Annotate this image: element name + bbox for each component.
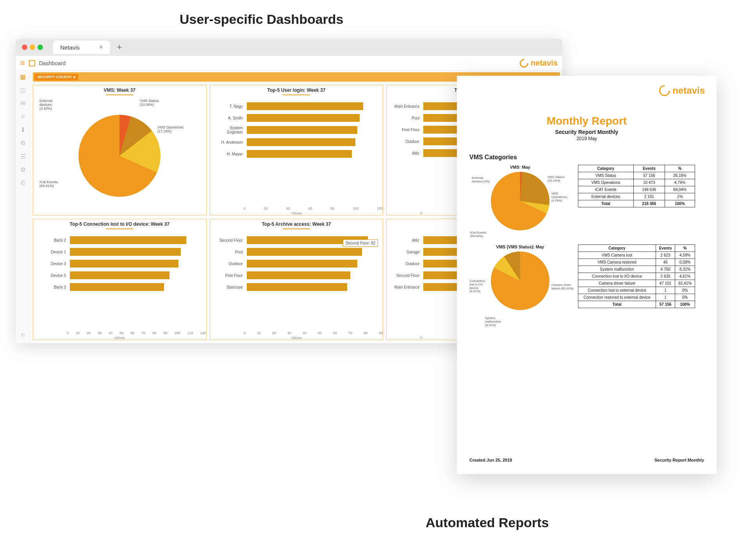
brand-swirl-icon (518, 57, 530, 69)
bar-fill (247, 271, 350, 279)
new-tab-icon[interactable]: + (117, 42, 122, 52)
bar-label: Second Floor (213, 238, 244, 243)
bar-row: Device 3 (36, 260, 203, 268)
pie-chart (78, 115, 160, 197)
bar-row: Device 1 (36, 248, 203, 256)
traffic-light-minimize-icon[interactable] (30, 45, 35, 50)
bar-fill (247, 126, 358, 134)
sidebar-item-download[interactable]: ⬇ (20, 126, 27, 133)
sidebar-item-settings[interactable]: ⚙ (20, 166, 27, 173)
panel-vms-week-pie: VMS: Week 37 External devices: (4,42%) V… (33, 85, 207, 216)
pie-label: Connection lost to I/O device (4,61%) (469, 280, 489, 293)
bar-label: Device 5 (36, 273, 68, 278)
bar-label: Attic (390, 151, 421, 155)
close-icon[interactable]: × (99, 44, 103, 51)
pie-label: Camera driver failure (82,41%) (551, 284, 575, 291)
panel-title: Top-5 User login: Week 37 (210, 85, 383, 96)
bar-row: A. Smith (213, 114, 380, 122)
report-subtitle: Security Report Monthly (469, 129, 704, 135)
bar-row: H. Mayer (213, 150, 380, 158)
bar-label: Device 3 (36, 262, 68, 266)
sidebar-item-analytics[interactable]: ◫ (20, 86, 27, 93)
bar-fill (247, 138, 355, 146)
report-pie-chart (491, 172, 549, 230)
bar-label: H. Anderson (213, 140, 244, 144)
app-header-bar: ≡ Dashboard netavis (16, 56, 562, 71)
pie-label: System malfunction (8,31%) (485, 317, 508, 327)
axis-caption: Values (210, 336, 383, 340)
bar-row: Staircase (213, 283, 380, 291)
sidebar-item-chat[interactable]: ✉ (20, 100, 27, 107)
bar-row: Barix 3 (36, 283, 203, 291)
bar-fill (247, 260, 358, 268)
pie-label-icat: iCat Events: (68,41%) (39, 180, 67, 188)
axis-caption: Values (33, 336, 206, 340)
tab-strip: Netavis × + (16, 39, 562, 56)
bar-row: Barix 2 (36, 236, 203, 244)
panel-title: Top-5 Connection lost to I/O device: Wee… (33, 219, 206, 230)
bar-fill (70, 283, 164, 291)
panel-title: VMS: Week 37 (33, 85, 206, 96)
bar-label: Pool (390, 116, 421, 120)
panel-archive: Top-5 Archive access: Week 37 Second Flo… (210, 219, 383, 340)
axis-x: 020406080100120 (210, 207, 383, 210)
bar-label: Pool (213, 250, 244, 254)
bar-label: Device 1 (36, 250, 68, 254)
bar-label: Outdoor (390, 262, 421, 266)
axis-caption: Values (210, 211, 383, 215)
bar-row: Device 5 (36, 271, 203, 279)
heading-dashboards: User-specific Dashboards (180, 12, 740, 27)
security-cockpit-dropdown[interactable]: SECURITY COCKPIT ▾ (34, 74, 78, 80)
bar-label: T. Nagy (213, 104, 244, 109)
bar-label: Outdoor (213, 262, 244, 266)
hamburger-icon[interactable]: ≡ (20, 59, 25, 68)
mini-pie-title: VMS: May (469, 165, 571, 169)
pie-label-status: VMS Status: (10,08%) (140, 99, 167, 107)
bar-label: Main Entrance (390, 285, 421, 289)
browser-tab[interactable]: Netavis × (53, 41, 110, 54)
axis-x: 0102030405060708090100110120 (33, 331, 206, 335)
report-date: 2019 May (469, 136, 704, 141)
bar-row: System Engineer (213, 126, 380, 134)
bar-row: Outdoor (213, 260, 380, 268)
pie-label: iCat Events: (68,04%) (470, 231, 494, 238)
sidebar-item-phone[interactable]: ✆ (20, 179, 27, 186)
chevron-down-icon: ▾ (73, 75, 75, 79)
report-table-categories: CategoryEvents%VMS Status57 15626,16%VMS… (578, 165, 695, 207)
mini-pie-title: VMS (VMS Status): May (469, 244, 571, 249)
bar-fill (247, 114, 360, 122)
report-pie-chart (491, 251, 549, 310)
sidebar-item-docs[interactable]: ☰ (20, 153, 27, 160)
page-title: Dashboard (39, 60, 66, 66)
bar-label: System Engineer (213, 126, 244, 134)
brand-logo: netavis (520, 59, 558, 68)
sidebar-item-users[interactable]: ☺ (20, 113, 27, 120)
panel-title: Top-5 Archive access: Week 37 (210, 219, 383, 230)
bar-label: Staircase (213, 285, 244, 289)
bar-label: First Floor (213, 273, 244, 278)
heading-reports: Automated Reports (426, 515, 740, 530)
sidebar-item-servers[interactable]: ⧉ (20, 139, 27, 146)
pie-label: External devices (1%) (472, 177, 491, 184)
brand-logo: netavis (659, 85, 705, 96)
sidebar-item-logout[interactable]: ⎋ (20, 332, 27, 339)
dashboard-icon (29, 60, 35, 66)
bar-fill (70, 236, 186, 244)
sidebar-item-dashboard[interactable]: ▦ (20, 73, 27, 80)
pie-label-ops: VMS Operations: (17,18%) (157, 126, 185, 134)
bar-label: Second Floor (390, 273, 421, 278)
bar-label: Main Entrance (390, 104, 421, 109)
report-footer-name: Security Report Monthly (654, 458, 704, 462)
report-title: Monthly Report (469, 115, 704, 127)
bar-label: H. Mayer (213, 152, 244, 156)
bar-label: Garage (390, 250, 421, 254)
bar-fill (247, 150, 352, 158)
bar-fill (247, 102, 363, 110)
panel-user-login: Top-5 User login: Week 37 T. Nagy A. Smi… (210, 85, 383, 216)
bar-row: Pool (213, 248, 380, 256)
section-title: VMS Categories (469, 154, 704, 161)
traffic-light-zoom-icon[interactable] (37, 45, 43, 50)
bar-fill (70, 260, 178, 268)
traffic-light-close-icon[interactable] (22, 45, 27, 50)
bar-label: Attic (390, 238, 421, 243)
